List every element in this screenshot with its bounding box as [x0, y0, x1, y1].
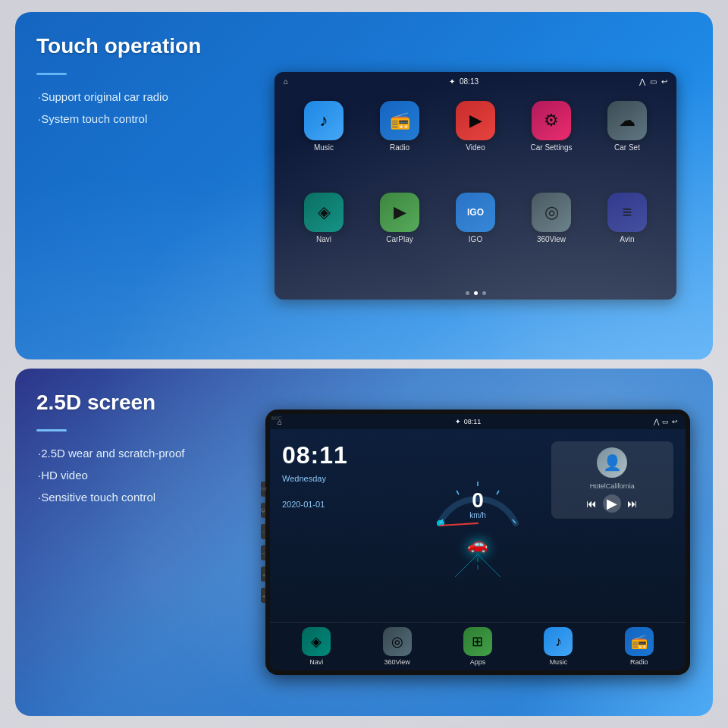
- app-car-set[interactable]: ☁ Car Set: [593, 101, 661, 185]
- panel-bottom-features: ·2.5D wear and scratch-proof ·HD video ·…: [36, 445, 229, 505]
- app-sm-radio[interactable]: 📻 Radio: [601, 627, 678, 666]
- side-buttons: RST ⏻ ⌂ ↩ ◂ ◂: [261, 482, 265, 603]
- bluetooth-icon: ✦: [449, 77, 455, 86]
- feature-item: ·2.5D wear and scratch-proof: [36, 445, 229, 461]
- app-icon-sm-radio: 📻: [625, 627, 654, 656]
- back-icon[interactable]: ↩: [661, 77, 667, 86]
- avatar: 👤: [597, 447, 627, 478]
- panel-bottom-title: 2.5D screen: [36, 390, 229, 416]
- app-video[interactable]: ▶ Video: [441, 101, 510, 185]
- app-label-sm-apps: Apps: [470, 658, 486, 666]
- app-car-settings[interactable]: ⚙ Car Settings: [517, 101, 585, 185]
- dashboard-speed: 0 km/h 🚗: [410, 435, 544, 616]
- app-icon-sm-music: ♪: [544, 627, 573, 656]
- status-bar-top: ⌂ ✦ 08:13 ⋀ ▭ ↩: [275, 72, 676, 90]
- clock-date: 2020-01-01: [282, 500, 404, 509]
- app-icon-igo: IGO: [456, 193, 495, 232]
- svg-line-7: [478, 554, 500, 577]
- vol-up-button[interactable]: ◂: [261, 588, 265, 603]
- panel-top-features: ·Support original car radio ·System touc…: [36, 89, 229, 127]
- rst-button[interactable]: RST: [261, 482, 265, 497]
- app-sm-apps[interactable]: ⊞ Apps: [439, 627, 516, 666]
- home-icon[interactable]: ⌂: [284, 77, 288, 86]
- app-navi[interactable]: ◈ Navi: [290, 193, 358, 277]
- panel-top-left: Touch operation ·Support original car ra…: [15, 12, 250, 359]
- back-button[interactable]: ↩: [261, 545, 265, 560]
- app-label-avin: Avin: [620, 235, 634, 243]
- screen-top: ⌂ ✦ 08:13 ⋀ ▭ ↩ ♪: [275, 72, 676, 300]
- dot-3[interactable]: [482, 291, 486, 295]
- screen-wrapper-bottom: RST ⏻ ⌂ ↩ ◂ ◂ ⌂ ✦ 08:11: [250, 369, 713, 716]
- dashboard-area: 08:11 Wednesday 2020-01-01: [270, 429, 686, 622]
- app-label-music: Music: [314, 143, 334, 152]
- signal-icon: ⋀: [639, 77, 645, 86]
- main-wrapper: Touch operation ·Support original car ra…: [0, 0, 728, 728]
- status-bar-center: ✦ 08:13: [449, 77, 479, 86]
- battery-icon-2: ▭: [662, 418, 669, 425]
- feature-item: ·Support original car radio: [36, 89, 229, 105]
- app-sm-music[interactable]: ♪ Music: [519, 627, 597, 666]
- app-icon-music: ♪: [304, 101, 344, 140]
- feature-item: ·Sensitive touch control: [36, 489, 229, 505]
- speed-number: 0: [472, 490, 484, 511]
- dashboard-clock: 08:11 Wednesday 2020-01-01: [276, 435, 410, 616]
- device-frame: RST ⏻ ⌂ ↩ ◂ ◂ ⌂ ✦ 08:11: [265, 410, 690, 675]
- app-label-sm-360view: 360View: [384, 658, 410, 666]
- app-grid-top: ♪ Music 📻 Radio ▶ Video ⚙ Car Settings: [275, 90, 676, 287]
- next-button[interactable]: ⏭: [627, 497, 638, 510]
- panel-2d-screen: 2.5D screen ·2.5D wear and scratch-proof…: [15, 369, 713, 716]
- app-icon-sm-360view: ◎: [383, 627, 412, 656]
- app-sm-navi[interactable]: ◈ Navi: [278, 627, 355, 666]
- screen-inner: ⌂ ✦ 08:11 ⋀ ▭ ↩: [270, 414, 686, 670]
- app-label-360view: 360View: [537, 235, 566, 243]
- app-icon-avin: ≡: [607, 193, 647, 232]
- play-button[interactable]: ▶: [603, 494, 621, 513]
- app-360view[interactable]: ◎ 360View: [517, 193, 585, 277]
- app-sm-360view[interactable]: ◎ 360View: [358, 627, 435, 666]
- app-icon-360view: ◎: [532, 193, 571, 232]
- home-button[interactable]: ⌂: [261, 524, 265, 539]
- pagination-dots: [275, 287, 676, 300]
- clock-time: 08:11: [282, 441, 404, 469]
- app-label-carset: Car Set: [614, 143, 640, 152]
- bottom-app-bar: ◈ Navi ◎ 360View ⊞ Apps ♪: [270, 622, 686, 670]
- app-label-sm-navi: Navi: [309, 658, 323, 666]
- app-radio[interactable]: 📻 Radio: [366, 101, 434, 185]
- vol-down-button[interactable]: ◂: [261, 566, 265, 582]
- panel-bottom-left: 2.5D screen ·2.5D wear and scratch-proof…: [15, 369, 250, 716]
- app-icon-carsettings: ⚙: [532, 101, 571, 140]
- power-button[interactable]: ⏻: [261, 503, 265, 518]
- prev-button[interactable]: ⏮: [586, 497, 597, 510]
- app-icon-radio: 📻: [380, 101, 419, 140]
- title-accent-top: [36, 73, 67, 75]
- car-lane: 🚗: [410, 535, 544, 577]
- feature-item: ·System touch control: [36, 111, 229, 127]
- app-avin[interactable]: ≡ Avin: [593, 193, 661, 277]
- status-time-2: 08:11: [464, 418, 482, 425]
- dot-1[interactable]: [466, 291, 469, 295]
- speedometer: 0 km/h: [432, 474, 523, 535]
- app-label-carplay: CarPlay: [386, 235, 413, 243]
- music-controls: ⏮ ▶ ⏭: [557, 494, 667, 513]
- app-igo[interactable]: IGO IGO: [441, 193, 510, 277]
- app-icon-carset: ☁: [607, 101, 647, 140]
- status-time: 08:13: [460, 77, 479, 86]
- app-carplay[interactable]: ▶ CarPlay: [366, 193, 434, 277]
- avatar-area: 👤: [557, 447, 667, 478]
- app-music[interactable]: ♪ Music: [290, 101, 358, 185]
- app-label-sm-music: Music: [550, 658, 568, 666]
- battery-icon: ▭: [650, 77, 657, 86]
- app-icon-navi: ◈: [304, 193, 344, 232]
- svg-line-1: [457, 491, 459, 494]
- dot-2[interactable]: [474, 291, 478, 295]
- app-label-video: Video: [466, 143, 485, 152]
- back-icon-2[interactable]: ↩: [672, 418, 678, 425]
- status-bar-left: ⌂: [284, 77, 288, 86]
- status-bar-bottom: ⌂ ✦ 08:11 ⋀ ▭ ↩: [270, 414, 686, 429]
- panel-touch-operation: Touch operation ·Support original car ra…: [15, 12, 713, 359]
- road-svg: [440, 554, 516, 577]
- home-icon-2[interactable]: ⌂: [278, 418, 282, 426]
- svg-line-3: [497, 491, 499, 494]
- app-label-sm-radio: Radio: [630, 658, 648, 666]
- app-label-carsettings: Car Settings: [530, 143, 572, 152]
